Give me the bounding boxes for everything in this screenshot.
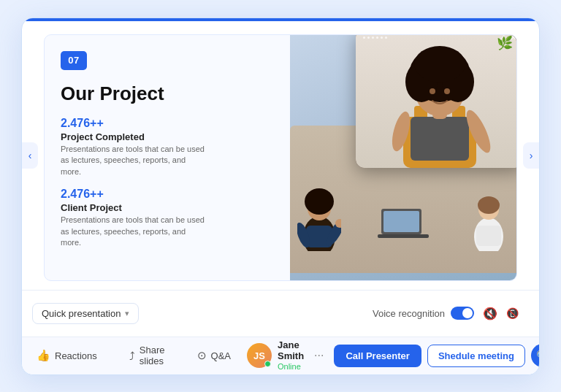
search-icon: 🔍 (536, 350, 540, 361)
app-window: ‹ 07 Our Project 2.476++ Project Complet… (21, 18, 540, 375)
avatar: JS (247, 343, 272, 368)
share-slides-label: Share slides (140, 345, 165, 366)
avatar-initials: JS (253, 350, 265, 361)
svg-point-9 (478, 196, 500, 214)
dot-5 (381, 36, 383, 39)
close-icon[interactable]: ✕ (510, 35, 516, 42)
stat-desc-1: Presentations are tools that can be used… (61, 144, 207, 177)
stat-block-1: 2.476++ Project Completed Presentations … (61, 117, 275, 177)
video-controls[interactable]: ⤢ ✕ (499, 35, 516, 42)
dot-2 (367, 36, 370, 39)
schedule-meeting-button[interactable]: Shedule meeting (427, 345, 525, 367)
slide-title: Our Project (61, 83, 275, 104)
svg-point-2 (305, 188, 334, 215)
online-status-indicator (264, 361, 271, 367)
svg-rect-10 (476, 226, 501, 246)
voice-recognition-label: Voice recognition (373, 308, 445, 319)
svg-rect-12 (383, 211, 419, 232)
quick-presentation-label: Quick presentation (42, 308, 121, 319)
stat-desc-2: Presentations are tools that can be used… (61, 215, 207, 248)
toolbar: Quick presentation ▾ Voice recognition 🔇… (22, 290, 539, 337)
expand-icon[interactable]: ⤢ (499, 35, 505, 42)
stat-block-2: 2.476++ Client Project Presentations are… (61, 188, 275, 248)
more-options-button[interactable]: ··· (310, 347, 328, 364)
dot-3 (372, 36, 374, 39)
stat-label-2: Client Project (61, 202, 275, 213)
svg-rect-13 (378, 234, 429, 238)
dot-4 (376, 36, 378, 39)
action-bar: 👍 Reactions ⤴ Share slides ⊙ Q&A JS Jane… (22, 337, 539, 374)
laptop (378, 207, 429, 240)
thumbs-up-icon: 👍 (37, 349, 50, 362)
svg-point-24 (430, 88, 435, 94)
reactions-label: Reactions (55, 350, 97, 361)
dot-1 (363, 36, 365, 39)
chevron-down-icon: ▾ (125, 309, 129, 318)
video-header: ⤢ ✕ (356, 35, 516, 46)
stat-number-2: 2.476++ (61, 188, 275, 201)
dot-6 (385, 36, 387, 39)
video-overlay: ⤢ ✕ 🌿 (356, 35, 516, 168)
person-right (469, 189, 509, 251)
video-grip (363, 36, 387, 39)
slide-card: 07 Our Project 2.476++ Project Completed… (44, 34, 517, 281)
svg-point-23 (414, 46, 465, 82)
next-slide-button[interactable]: › (523, 142, 539, 169)
user-status: Online (278, 362, 304, 372)
share-slides-button[interactable]: ⤴ Share slides (125, 342, 169, 369)
mute-icon[interactable]: 🔇 (483, 307, 497, 320)
stat-label-1: Project Completed (61, 131, 275, 142)
stat-number-1: 2.476++ (61, 117, 275, 130)
quick-presentation-select[interactable]: Quick presentation ▾ (32, 303, 139, 324)
video-off-icon[interactable]: 📵 (506, 307, 519, 319)
reactions-button[interactable]: 👍 Reactions (32, 346, 102, 365)
user-info: JS Jane Smith Online ··· Call Presenter … (247, 339, 540, 372)
user-name: Jane Smith (278, 339, 304, 362)
user-name-block: Jane Smith Online (278, 339, 304, 372)
slide-right: ⤢ ✕ 🌿 (290, 35, 516, 280)
prev-slide-button[interactable]: ‹ (22, 142, 38, 169)
person-left (297, 185, 341, 251)
qa-icon: ⊙ (197, 349, 207, 362)
slide-number: 07 (61, 51, 87, 70)
qa-label: Q&A (211, 350, 231, 361)
qa-button[interactable]: ⊙ Q&A (193, 346, 235, 365)
video-person-bg: 🌿 (356, 35, 516, 168)
svg-rect-17 (411, 117, 469, 161)
slide-area: 07 Our Project 2.476++ Project Completed… (22, 21, 539, 290)
video-person-svg (385, 36, 495, 168)
search-button[interactable]: 🔍 (531, 344, 540, 367)
svg-point-25 (444, 88, 450, 94)
main-content: ‹ 07 Our Project 2.476++ Project Complet… (22, 21, 539, 290)
voice-toggle[interactable] (451, 307, 474, 320)
voice-recognition-control: Voice recognition 🔇 📵 (373, 307, 519, 320)
call-presenter-button[interactable]: Call Presenter (334, 345, 421, 367)
share-icon: ⤴ (129, 350, 135, 362)
slide-left: 07 Our Project 2.476++ Project Completed… (45, 35, 290, 280)
